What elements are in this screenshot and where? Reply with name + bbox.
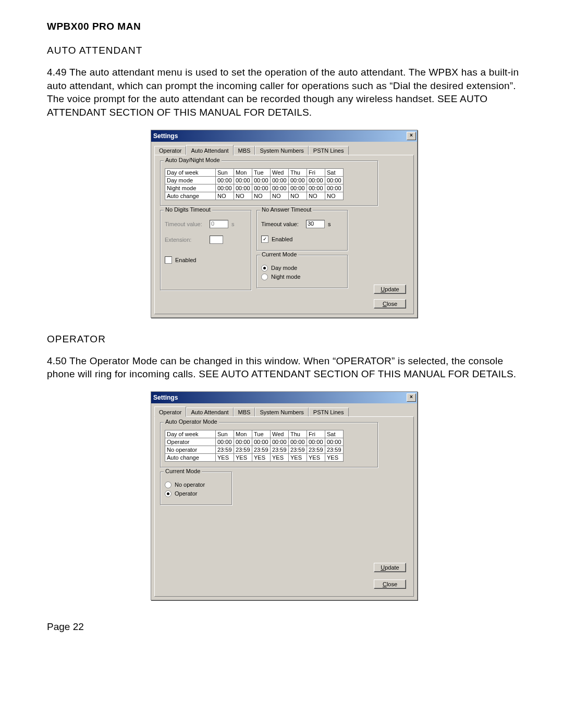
tab-auto-attendant[interactable]: Auto Attendant	[186, 145, 233, 155]
timeout-label: Timeout value:	[165, 221, 206, 227]
window-title: Settings	[153, 394, 178, 401]
day-header[interactable]: Fri	[307, 168, 325, 176]
cell[interactable]: 23:59	[271, 446, 289, 453]
tab-mbs[interactable]: MBS	[234, 146, 255, 155]
cell[interactable]: YES	[271, 453, 289, 461]
cell[interactable]: 00:00	[325, 438, 344, 446]
button-stack: Update Close	[374, 563, 406, 589]
cell[interactable]: NO	[216, 192, 234, 200]
update-button[interactable]: Update	[374, 285, 406, 294]
cell[interactable]: 00:00	[252, 438, 271, 446]
group-title: Current Mode	[260, 251, 298, 257]
cell[interactable]: 00:00	[289, 184, 307, 192]
cell[interactable]: YES	[307, 453, 325, 461]
day-header[interactable]: Sun	[216, 430, 234, 438]
cell[interactable]: 23:59	[234, 446, 252, 453]
tab-operator[interactable]: Operator	[154, 406, 186, 417]
close-button[interactable]: Close	[374, 579, 406, 589]
cell[interactable]: 00:00	[307, 176, 325, 184]
day-header[interactable]: Mon	[234, 168, 252, 176]
cell[interactable]: YES	[234, 453, 252, 461]
radio-day-mode[interactable]	[261, 265, 268, 272]
cell[interactable]: 23:59	[325, 446, 344, 453]
day-header[interactable]: Tue	[252, 430, 271, 438]
row-header: Day mode	[165, 176, 216, 184]
day-header[interactable]: Tue	[252, 168, 271, 176]
cell[interactable]: 00:00	[271, 438, 289, 446]
cell[interactable]: 00:00	[216, 184, 234, 192]
section-heading-operator: OPERATOR	[47, 334, 521, 345]
cell[interactable]: NO	[289, 192, 307, 200]
timeout-label: Timeout value:	[261, 221, 303, 227]
cell[interactable]: 00:00	[216, 438, 234, 446]
day-header[interactable]: Mon	[234, 430, 252, 438]
cell[interactable]: 00:00	[252, 184, 271, 192]
cell[interactable]: 00:00	[216, 176, 234, 184]
tab-mbs[interactable]: MBS	[234, 408, 255, 416]
close-icon[interactable]: ×	[407, 132, 416, 140]
radio-operator[interactable]	[165, 490, 172, 497]
cell[interactable]: 00:00	[289, 176, 307, 184]
tab-system-numbers[interactable]: System Numbers	[255, 146, 308, 155]
update-button[interactable]: Update	[374, 563, 406, 572]
enabled-label: Enabled	[175, 257, 196, 263]
day-header[interactable]: Wed	[271, 168, 289, 176]
close-icon[interactable]: ×	[407, 393, 416, 402]
cell[interactable]: NO	[271, 192, 289, 200]
enabled-checkbox[interactable]: ✓	[261, 236, 268, 243]
cell[interactable]: 00:00	[307, 438, 325, 446]
cell[interactable]: 23:59	[216, 446, 234, 453]
cell[interactable]: YES	[216, 453, 234, 461]
cell[interactable]: YES	[289, 453, 307, 461]
row-header: Day of week	[165, 430, 216, 438]
cell[interactable]: YES	[325, 453, 344, 461]
cell[interactable]: NO	[234, 192, 252, 200]
cell[interactable]: 00:00	[325, 184, 344, 192]
tab-auto-attendant[interactable]: Auto Attendant	[186, 408, 233, 416]
tab-panel-auto-attendant: Auto Day/Night Mode Day of week Sun Mon …	[154, 155, 414, 314]
day-header[interactable]: Sat	[325, 168, 344, 176]
group-no-answer-timeout: No Answer Timeout Timeout value: 30 s ✓ …	[256, 210, 348, 251]
page-number: Page 22	[47, 621, 521, 633]
cell[interactable]: 00:00	[271, 184, 289, 192]
radio-night-mode[interactable]	[261, 274, 268, 280]
cell[interactable]: NO	[325, 192, 344, 200]
day-header[interactable]: Sat	[325, 430, 344, 438]
day-header[interactable]: Thu	[289, 430, 307, 438]
radio-no-operator[interactable]	[165, 482, 172, 488]
day-header[interactable]: Thu	[289, 168, 307, 176]
tab-operator[interactable]: Operator	[154, 146, 186, 155]
cell[interactable]: YES	[252, 453, 271, 461]
tab-system-numbers[interactable]: System Numbers	[255, 408, 308, 416]
cell[interactable]: NO	[307, 192, 325, 200]
cell[interactable]: 00:00	[234, 176, 252, 184]
day-header[interactable]: Fri	[307, 430, 325, 438]
cell[interactable]: 00:00	[234, 184, 252, 192]
cell[interactable]: 23:59	[252, 446, 271, 453]
cell[interactable]: 00:00	[289, 438, 307, 446]
cell[interactable]: 00:00	[271, 176, 289, 184]
cell[interactable]: NO	[252, 192, 271, 200]
group-auto-operator-mode: Auto Operator Mode Day of week Sun Mon T…	[160, 422, 378, 467]
close-button[interactable]: Close	[374, 299, 406, 309]
cell[interactable]: 00:00	[325, 176, 344, 184]
day-header[interactable]: Wed	[271, 430, 289, 438]
table-row: Day of week Sun Mon Tue Wed Thu Fri Sat	[165, 168, 344, 176]
cell[interactable]: 23:59	[307, 446, 325, 453]
row-header: Night mode	[165, 184, 216, 192]
cell[interactable]: 00:00	[234, 438, 252, 446]
group-title: Current Mode	[164, 468, 202, 474]
cell[interactable]: 23:59	[289, 446, 307, 453]
row-header: Auto change	[165, 192, 216, 200]
extension-input[interactable]	[210, 236, 223, 244]
day-header[interactable]: Sun	[216, 168, 234, 176]
tab-pstn-lines[interactable]: PSTN Lines	[309, 408, 349, 416]
unit-label: s	[231, 221, 235, 227]
paragraph-auto-attendant: 4.49 The auto attendant menu is used to …	[47, 66, 521, 119]
timeout-value-input[interactable]: 0	[210, 220, 228, 228]
tab-pstn-lines[interactable]: PSTN Lines	[309, 146, 349, 155]
enabled-checkbox[interactable]	[165, 256, 172, 264]
cell[interactable]: 00:00	[307, 184, 325, 192]
cell[interactable]: 00:00	[252, 176, 271, 184]
timeout-value-input[interactable]: 30	[306, 220, 325, 228]
